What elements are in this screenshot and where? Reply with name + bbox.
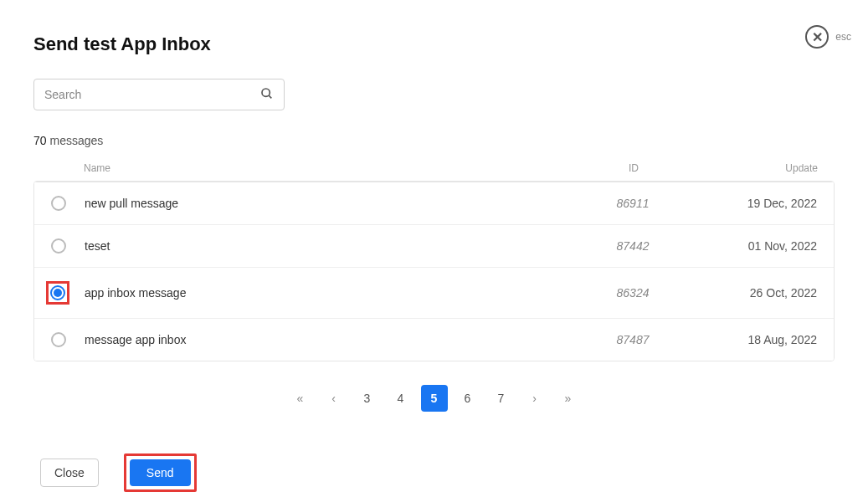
page-number[interactable]: 6 xyxy=(455,385,481,412)
message-count: 70 messages xyxy=(33,134,835,147)
radio-highlight xyxy=(46,281,69,305)
table-row[interactable]: new pull message8691119 Dec, 2022 xyxy=(34,182,834,224)
cell-id: 86911 xyxy=(583,197,683,210)
radio-button[interactable] xyxy=(51,196,66,211)
radio-wrap xyxy=(51,332,85,347)
radio-wrap xyxy=(51,238,85,254)
message-table: new pull message8691119 Dec, 2022teset87… xyxy=(33,181,835,361)
page-title: Send test App Inbox xyxy=(33,33,835,55)
cell-id: 86324 xyxy=(583,286,683,300)
search-field-wrap xyxy=(33,79,285,110)
count-number: 70 xyxy=(33,134,47,147)
search-input[interactable] xyxy=(44,88,260,101)
radio-wrap xyxy=(51,281,85,305)
send-button[interactable]: Send xyxy=(130,459,191,486)
page-number[interactable]: 5 xyxy=(421,385,448,412)
table-row[interactable]: teset8744201 Nov, 2022 xyxy=(34,224,834,267)
table-row[interactable]: message app inbox8748718 Aug, 2022 xyxy=(34,318,834,361)
cell-update: 18 Aug, 2022 xyxy=(683,333,817,346)
close-button[interactable]: Close xyxy=(40,459,99,487)
svg-line-1 xyxy=(269,95,271,98)
count-label: messages xyxy=(49,134,103,147)
search-icon[interactable] xyxy=(260,87,274,103)
page-next-icon[interactable]: › xyxy=(521,385,548,412)
page-number[interactable]: 4 xyxy=(388,385,414,412)
radio-button[interactable] xyxy=(51,238,66,254)
page-number[interactable]: 3 xyxy=(354,385,381,412)
footer-actions: Close Send xyxy=(33,453,835,492)
cell-id: 87442 xyxy=(583,239,683,253)
close-icon: ✕ xyxy=(805,25,829,49)
page-last-icon[interactable]: » xyxy=(555,385,582,412)
radio-wrap xyxy=(51,196,85,211)
esc-label: esc xyxy=(835,31,851,43)
cell-name: teset xyxy=(85,239,583,253)
cell-update: 26 Oct, 2022 xyxy=(683,286,817,300)
send-highlight: Send xyxy=(124,453,197,492)
cell-name: app inbox message xyxy=(85,286,583,300)
table-row[interactable]: app inbox message8632426 Oct, 2022 xyxy=(34,267,834,318)
column-name: Name xyxy=(84,162,583,174)
cell-name: new pull message xyxy=(85,197,583,210)
cell-update: 01 Nov, 2022 xyxy=(683,239,817,253)
column-update: Update xyxy=(684,162,818,174)
radio-button[interactable] xyxy=(51,332,66,347)
column-id: ID xyxy=(583,162,684,174)
page-number[interactable]: 7 xyxy=(488,385,515,412)
page-prev-icon[interactable]: ‹ xyxy=(321,385,347,412)
page-first-icon[interactable]: « xyxy=(287,385,314,412)
cell-name: message app inbox xyxy=(85,333,583,346)
table-header: Name ID Update xyxy=(33,156,835,181)
cell-id: 87487 xyxy=(583,333,683,346)
radio-button[interactable] xyxy=(50,285,65,300)
close-esc-button[interactable]: ✕ esc xyxy=(805,25,851,49)
pagination: « ‹ 34567 › » xyxy=(33,385,835,412)
svg-point-0 xyxy=(262,89,270,96)
cell-update: 19 Dec, 2022 xyxy=(683,197,817,210)
